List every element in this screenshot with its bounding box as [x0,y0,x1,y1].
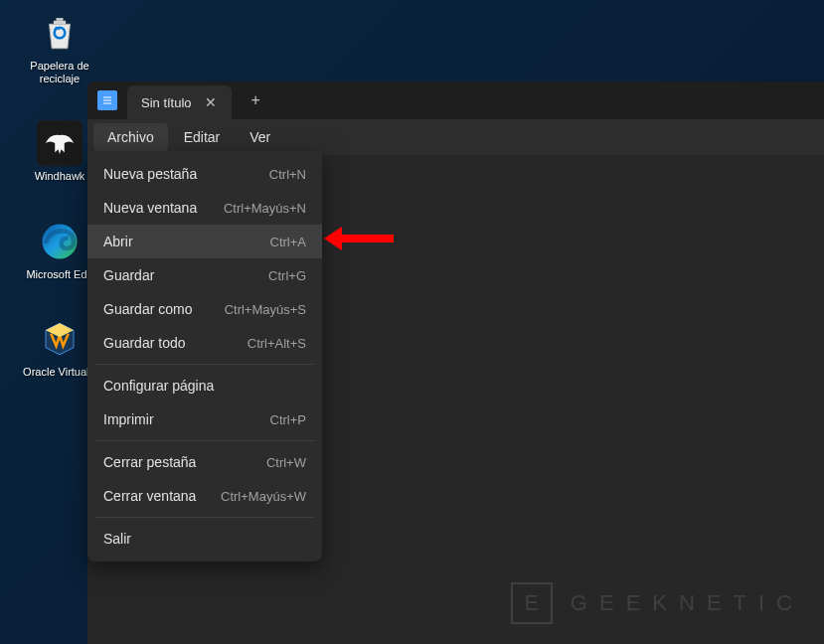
menu-item-shortcut: Ctrl+Mayús+S [225,302,306,317]
menu-archivo[interactable]: Archivo [93,123,168,151]
menu-item-shortcut: Ctrl+P [270,412,306,427]
menu-salir[interactable]: Salir [87,522,322,556]
menu-item-label: Configurar página [103,378,214,394]
menu-item-shortcut: Ctrl+Mayús+W [221,489,306,504]
menu-ver[interactable]: Ver [236,123,284,151]
watermark-text: GEEKNETIC [571,590,804,616]
divider [95,364,314,365]
menu-configurar-pagina[interactable]: Configurar página [87,369,322,402]
virtualbox-icon [37,316,82,362]
watermark: E GEEKNETIC [511,582,804,624]
menu-item-label: Guardar [103,267,154,283]
divider [95,440,314,441]
edge-label: Microsoft Edg [26,268,92,281]
menu-item-shortcut: Ctrl+Mayús+N [224,201,306,216]
menubar: Archivo Editar Ver [87,119,824,155]
menu-nueva-ventana[interactable]: Nueva ventana Ctrl+Mayús+N [87,191,322,225]
notepad-window: Sin título ✕ + Archivo Editar Ver Nueva … [87,81,824,644]
menu-abrir[interactable]: Abrir Ctrl+A [87,225,322,258]
recycle-bin-desktop-icon[interactable]: Papelera de reciclaje [20,10,99,85]
archivo-dropdown-menu: Nueva pestaña Ctrl+N Nueva ventana Ctrl+… [87,151,322,562]
menu-item-label: Guardar como [103,301,192,317]
menu-item-label: Nueva pestaña [103,166,197,182]
new-tab-button[interactable]: + [232,91,280,109]
tab-close-button[interactable]: ✕ [200,92,222,112]
watermark-logo: E [511,582,553,624]
menu-item-label: Guardar todo [103,335,186,351]
edge-icon [37,219,82,264]
menu-item-shortcut: Ctrl+Alt+S [247,336,306,351]
menu-item-shortcut: Ctrl+G [268,268,306,283]
notepad-app-icon [97,90,117,110]
menu-cerrar-ventana[interactable]: Cerrar ventana Ctrl+Mayús+W [87,479,322,513]
tab-title: Sin título [141,95,192,110]
menu-item-label: Cerrar pestaña [103,454,196,470]
menu-item-label: Nueva ventana [103,200,197,216]
divider [95,517,314,518]
windhawk-label: Windhawk [35,170,85,183]
recycle-bin-label: Papelera de reciclaje [20,60,99,85]
menu-item-shortcut: Ctrl+N [269,167,306,182]
menu-imprimir[interactable]: Imprimir Ctrl+P [87,402,322,436]
menu-nueva-pestana[interactable]: Nueva pestaña Ctrl+N [87,157,322,191]
annotation-arrow [324,227,394,254]
titlebar: Sin título ✕ + [87,81,824,119]
menu-item-label: Abrir [103,234,133,249]
tab-untitled[interactable]: Sin título ✕ [127,85,232,119]
menu-item-label: Cerrar ventana [103,488,196,504]
menu-guardar-todo[interactable]: Guardar todo Ctrl+Alt+S [87,326,322,360]
menu-item-shortcut: Ctrl+A [270,235,306,249]
virtualbox-label: Oracle VirtualB [23,366,96,379]
menu-item-label: Salir [103,531,131,547]
menu-guardar[interactable]: Guardar Ctrl+G [87,258,322,292]
menu-item-label: Imprimir [103,411,154,427]
windhawk-icon [37,120,82,166]
menu-editar[interactable]: Editar [170,123,235,151]
menu-item-shortcut: Ctrl+W [266,455,306,470]
menu-cerrar-pestana[interactable]: Cerrar pestaña Ctrl+W [87,445,322,479]
recycle-bin-icon [37,10,82,56]
menu-guardar-como[interactable]: Guardar como Ctrl+Mayús+S [87,292,322,326]
